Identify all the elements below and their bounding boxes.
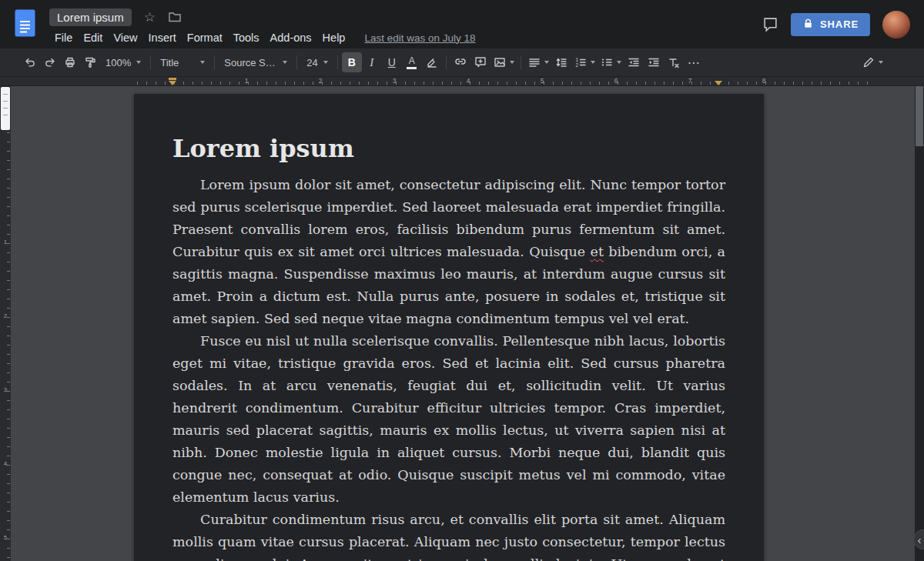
zoom-select[interactable]: 100%	[100, 52, 146, 72]
lock-icon	[802, 18, 814, 32]
italic-button[interactable]: I	[362, 52, 382, 72]
ruler-number: 4	[0, 460, 11, 467]
ruler-number: 7	[688, 77, 692, 85]
chevron-down-icon	[544, 61, 549, 64]
document-workspace: 1 2 3 4 5 Lorem ipsum Lorem ipsum dolor …	[0, 86, 924, 561]
increase-indent-button[interactable]	[644, 52, 664, 72]
document-page[interactable]: Lorem ipsum Lorem ipsum dolor sit amet, …	[134, 94, 764, 561]
align-button[interactable]	[525, 52, 551, 72]
font-size-value: 24	[306, 57, 317, 68]
paragraph-style-select[interactable]: Title	[155, 52, 210, 72]
font-value: Source Seri...	[224, 57, 277, 68]
ruler-number: 8	[762, 77, 766, 85]
highlight-color-button[interactable]	[422, 52, 442, 72]
editing-mode-button[interactable]	[859, 52, 886, 72]
toolbar-divider	[446, 55, 447, 69]
ruler-number: 3	[393, 77, 397, 85]
font-size-select[interactable]: 24	[301, 52, 333, 72]
move-folder-icon[interactable]	[168, 10, 182, 24]
paragraph-2[interactable]: Fusce eu nisl ut nulla scelerisque conva…	[172, 330, 725, 509]
paragraph-1[interactable]: Lorem ipsum dolor sit amet, consectetur …	[172, 174, 725, 330]
comments-icon[interactable]	[762, 16, 778, 32]
first-line-indent-marker[interactable]	[169, 78, 176, 80]
numbered-list-button[interactable]: 12	[571, 52, 598, 72]
text-color-button[interactable]: A	[402, 52, 422, 72]
document-heading[interactable]: Lorem ipsum	[172, 134, 725, 163]
menu-tools[interactable]: Tools	[228, 30, 265, 45]
share-button[interactable]: SHARE	[791, 13, 870, 36]
print-button[interactable]	[60, 52, 80, 72]
ruler-number: 4	[467, 77, 470, 85]
toolbar-divider	[521, 55, 521, 69]
clear-formatting-button[interactable]	[664, 52, 684, 72]
menu-file[interactable]: File	[49, 30, 78, 45]
vertical-scrollbar[interactable]	[915, 86, 924, 561]
menu-help[interactable]: Help	[317, 30, 351, 45]
svg-text:2: 2	[575, 62, 578, 68]
right-indent-marker[interactable]	[715, 81, 722, 85]
last-edit-link[interactable]: Last edit was on July 18	[364, 32, 475, 44]
header-actions: SHARE	[762, 0, 924, 48]
undo-button[interactable]	[20, 52, 40, 72]
menu-edit[interactable]: Edit	[78, 30, 108, 45]
toolbar-divider	[214, 55, 215, 69]
style-value: Title	[160, 57, 179, 68]
menu-view[interactable]: View	[108, 30, 142, 45]
font-family-select[interactable]: Source Seri...	[219, 52, 293, 72]
google-docs-icon	[15, 9, 35, 40]
menu-addons[interactable]: Add-ons	[265, 30, 317, 45]
app-header: Lorem ipsum ☆ File Edit View Insert Form…	[0, 0, 924, 48]
svg-text:1: 1	[575, 57, 578, 62]
line-spacing-button[interactable]	[551, 52, 571, 72]
decrease-indent-button[interactable]	[624, 52, 644, 72]
chevron-down-icon	[136, 61, 141, 64]
toolbar-divider	[337, 55, 338, 69]
docs-home-button[interactable]	[0, 0, 49, 48]
horizontal-ruler: 1 2 3 4 5 6 7 8	[0, 77, 924, 86]
add-comment-button[interactable]	[470, 52, 490, 72]
redo-button[interactable]	[40, 52, 60, 72]
underline-button[interactable]: U	[382, 52, 402, 72]
star-icon[interactable]: ☆	[144, 11, 156, 24]
chevron-down-icon	[200, 61, 205, 64]
chevron-down-icon	[879, 61, 883, 64]
ruler-number: 1	[0, 239, 11, 245]
chevron-down-icon	[591, 61, 595, 64]
bold-icon: B	[348, 56, 356, 68]
bold-button[interactable]: B	[342, 52, 362, 72]
ruler-number: 2	[319, 77, 323, 85]
more-icon: ⋯	[688, 55, 700, 70]
vertical-ruler	[0, 86, 11, 561]
underline-icon: U	[388, 56, 396, 68]
toolbar-divider	[296, 55, 297, 69]
document-title-field[interactable]: Lorem ipsum	[49, 8, 132, 26]
menu-format[interactable]: Format	[182, 30, 228, 45]
menu-bar: File Edit View Insert Format Tools Add-o…	[49, 28, 762, 48]
misspelled-word[interactable]: et	[591, 244, 604, 259]
ruler-number: 3	[0, 386, 11, 393]
chevron-left-icon: ‹	[918, 533, 922, 546]
share-button-label: SHARE	[820, 18, 859, 30]
bulleted-list-button[interactable]	[598, 52, 624, 72]
paragraph-3[interactable]: Curabitur condimentum risus arcu, et con…	[172, 509, 725, 561]
text-color-icon: A	[407, 56, 417, 69]
left-indent-marker[interactable]	[169, 81, 176, 85]
zoom-value: 100%	[105, 57, 131, 68]
user-avatar[interactable]	[882, 11, 910, 38]
menu-insert[interactable]: Insert	[143, 30, 182, 45]
more-toolbar-button[interactable]: ⋯	[684, 52, 704, 72]
ruler-number: 5	[541, 77, 544, 85]
paint-format-button[interactable]	[80, 52, 100, 72]
title-menu-block: Lorem ipsum ☆ File Edit View Insert Form…	[49, 0, 762, 48]
vertical-ruler-margin-box[interactable]	[1, 87, 10, 130]
insert-link-button[interactable]	[450, 52, 470, 72]
chevron-down-icon	[283, 61, 287, 64]
ruler-number: 6	[614, 77, 618, 85]
chevron-down-icon	[617, 61, 621, 64]
italic-icon: I	[370, 56, 373, 69]
chevron-down-icon	[510, 61, 514, 64]
ruler-number: 5	[0, 534, 11, 541]
ruler-number: 1	[245, 77, 249, 85]
insert-image-button[interactable]	[490, 52, 517, 72]
scrollbar-thumb[interactable]	[916, 86, 923, 146]
